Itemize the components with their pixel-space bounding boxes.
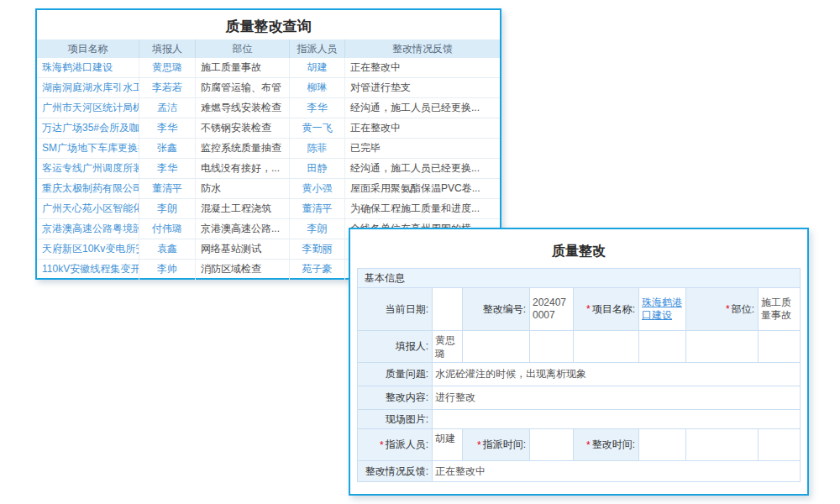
column-header-project: 项目名称 <box>37 39 139 58</box>
empty-cell <box>685 331 758 362</box>
empty-cell <box>685 429 758 460</box>
feedback-field[interactable]: 正在整改中 <box>432 461 800 481</box>
rectification-content-field[interactable]: 进行整改 <box>432 386 800 409</box>
reporter-link[interactable]: 张鑫 <box>139 139 196 158</box>
project-name-link[interactable]: 广州市天河区统计局机房改 <box>37 98 139 118</box>
assignee-link[interactable]: 黄一飞 <box>290 118 345 138</box>
rectification-number-label: 整改编号: <box>462 288 529 330</box>
project-name-link[interactable]: 天府新区10Kv变电所安装工 <box>37 239 139 259</box>
reporter-link[interactable]: 付伟璐 <box>139 219 196 239</box>
feedback-cell: 屋面采用聚氨酯保温PVC卷... <box>345 179 500 198</box>
required-icon: * <box>726 303 730 315</box>
column-header-part: 部位 <box>196 39 290 58</box>
table-row: 广州市天河区统计局机房改 孟洁 难燃导线安装检查 李华 经沟通，施工人员已经更换… <box>37 98 500 118</box>
quality-issue-field[interactable]: 水泥砼灌注的时候，出现离析现象 <box>432 363 800 386</box>
assignee-link[interactable]: 董清平 <box>290 199 345 218</box>
form-row-basic: 当前日期: 整改编号: 2024070007 *项目名称: 珠海鹤港口建设 *部… <box>358 287 800 330</box>
project-name-link[interactable]: SM广场地下车库更换摄像 <box>37 139 139 158</box>
required-icon: * <box>477 439 481 451</box>
feedback-cell: 正在整改中 <box>345 118 500 138</box>
empty-cell <box>462 331 529 362</box>
project-name-link[interactable]: 110kV安徽线程集变开断线 <box>37 260 139 280</box>
project-name-link[interactable]: 客运专线广州调度所装修项 <box>37 159 139 178</box>
part-label: *部位: <box>685 288 758 330</box>
required-icon: * <box>586 439 591 451</box>
form-row-assignee: *指派人员: 胡建 *指派时间: *整改时间: <box>358 428 800 460</box>
assign-time-label: *指派时间: <box>462 429 529 460</box>
project-name-link[interactable]: 重庆太极制药有限公司亳州 <box>37 179 139 198</box>
form-row-feedback: 整改情况反馈: 正在整改中 <box>358 460 800 481</box>
current-date-field[interactable] <box>432 288 462 330</box>
reporter-link[interactable]: 袁鑫 <box>139 239 196 259</box>
form-row-photo: 现场图片: <box>358 409 800 428</box>
assignee-link[interactable]: 柳琳 <box>290 78 345 97</box>
reporter-link[interactable]: 董清平 <box>139 179 196 198</box>
column-header-feedback: 整改情况反馈 <box>345 39 500 58</box>
assign-time-field[interactable] <box>529 429 573 460</box>
reporter-value: 黄思璐 <box>432 331 462 362</box>
project-name-label: *项目名称: <box>573 288 638 330</box>
reporter-link[interactable]: 李帅 <box>139 260 196 280</box>
section-header-basic-info: 基本信息 <box>358 269 800 287</box>
feedback-cell: 正在整改中 <box>345 58 500 77</box>
rectify-time-label: *整改时间: <box>573 429 638 460</box>
rectification-content-label: 整改内容: <box>358 386 432 409</box>
feedback-cell: 已完毕 <box>345 139 500 158</box>
part-cell: 京港澳高速公路... <box>196 219 290 239</box>
assignee-link[interactable]: 陈菲 <box>290 139 345 158</box>
reporter-link[interactable]: 李朗 <box>139 199 196 218</box>
site-photo-field[interactable] <box>432 410 800 428</box>
assignee-label: *指派人员: <box>358 429 432 460</box>
form-row-reporter: 填报人: 黄思璐 <box>358 330 800 362</box>
feedback-label: 整改情况反馈: <box>358 461 432 481</box>
empty-cell <box>758 331 800 362</box>
part-cell: 网络基站测试 <box>196 239 290 259</box>
column-header-assignee: 指派人员 <box>290 39 345 58</box>
form-table: 基本信息 当前日期: 整改编号: 2024070007 *项目名称: 珠海鹤港口… <box>357 268 801 482</box>
reporter-link[interactable]: 李华 <box>139 159 196 178</box>
empty-cell <box>758 429 800 460</box>
part-cell: 不锈钢安装检查 <box>196 118 290 138</box>
part-cell: 混凝土工程浇筑 <box>196 199 290 218</box>
required-icon: * <box>586 303 591 315</box>
rectification-number-value: 2024070007 <box>529 288 573 330</box>
reporter-link[interactable]: 孟洁 <box>139 98 196 118</box>
part-cell: 消防区域检查 <box>196 260 290 280</box>
part-cell: 难燃导线安装检查 <box>196 98 290 118</box>
table-row: SM广场地下车库更换摄像 张鑫 监控系统质量抽查 陈菲 已完毕 <box>37 139 500 159</box>
feedback-cell: 经沟通，施工人员已经更换... <box>345 159 500 178</box>
table-row: 万达广场35#会所及咖啡厅 李华 不锈钢安装检查 黄一飞 正在整改中 <box>37 118 500 139</box>
assignee-link[interactable]: 胡建 <box>290 58 345 77</box>
assignee-link[interactable]: 李勤丽 <box>290 239 345 259</box>
part-cell: 防水 <box>196 179 290 198</box>
reporter-link[interactable]: 李华 <box>139 118 196 138</box>
rectify-time-field[interactable] <box>638 429 685 460</box>
feedback-cell: 经沟通，施工人员已经更换... <box>345 98 500 118</box>
reporter-link[interactable]: 黄思璐 <box>139 58 196 77</box>
part-cell: 电线没有接好，... <box>196 159 290 178</box>
table-row: 珠海鹤港口建设 黄思璐 施工质量事故 胡建 正在整改中 <box>37 58 500 78</box>
project-name-link[interactable]: 广州天心苑小区智能化系统 <box>37 199 139 218</box>
assignee-link[interactable]: 李华 <box>290 98 345 118</box>
table-row: 重庆太极制药有限公司亳州 董清平 防水 黄小强 屋面采用聚氨酯保温PVC卷... <box>37 179 500 199</box>
form-title: 质量整改 <box>350 229 807 268</box>
part-value: 施工质量事故 <box>758 288 800 330</box>
form-row-issue: 质量问题: 水泥砼灌注的时候，出现离析现象 <box>358 362 800 386</box>
project-name-link[interactable]: 湖南洞庭湖水库引水工程旅 <box>37 78 139 97</box>
assignee-link[interactable]: 李朗 <box>290 219 345 239</box>
project-name-link[interactable]: 京港澳高速公路粤境韶关至 <box>37 219 139 239</box>
empty-cell <box>529 331 573 362</box>
assignee-link[interactable]: 田静 <box>290 159 345 178</box>
project-name-link[interactable]: 万达广场35#会所及咖啡厅 <box>37 118 139 138</box>
table-row: 广州天心苑小区智能化系统 李朗 混凝土工程浇筑 董清平 为确保工程施工质量和进度… <box>37 199 500 219</box>
current-date-label: 当前日期: <box>358 288 432 330</box>
assignee-link[interactable]: 苑子豪 <box>290 260 345 280</box>
project-name-link[interactable]: 珠海鹤港口建设 <box>638 288 685 330</box>
assignee-link[interactable]: 黄小强 <box>290 179 345 198</box>
form-row-content: 整改内容: 进行整改 <box>358 386 800 409</box>
assignee-field[interactable]: 胡建 <box>432 429 462 460</box>
quality-issue-label: 质量问题: <box>358 363 432 386</box>
required-icon: * <box>380 439 384 451</box>
project-name-link[interactable]: 珠海鹤港口建设 <box>37 58 139 77</box>
reporter-link[interactable]: 李若若 <box>139 78 196 97</box>
